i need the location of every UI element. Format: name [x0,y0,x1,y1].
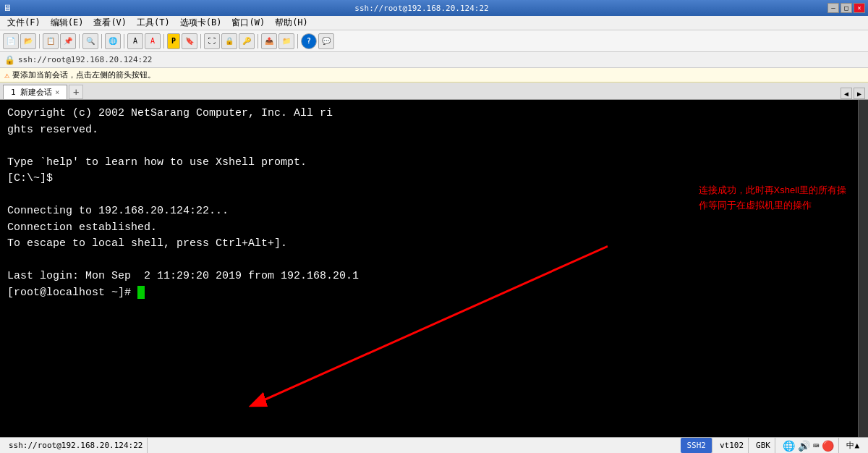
title-bar: 🖥 ssh://root@192.168.20.124:22 — □ × [0,0,868,16]
status-connection: ssh://root@192.168.20.124:22 [4,438,148,453]
terminal-line-9 [7,253,851,269]
annotation-line-1: 连接成功，此时再Xshell里的所有操 [699,185,846,195]
new-session-button[interactable]: 📄 [3,33,19,49]
menu-bar: 文件(F) 编辑(E) 查看(V) 工具(T) 选项卡(B) 窗口(W) 帮助(… [0,16,868,30]
title-text: ssh://root@192.168.20.124:22 [16,4,827,13]
highlight-button[interactable]: P [167,33,180,49]
paste-button[interactable]: 📌 [60,33,76,49]
status-lang-text: 中▲ [846,440,859,451]
notification-icon: ⚠ [4,70,9,80]
terminal-line-11: [root@localhost ~]# [7,285,851,302]
fullscreen-button[interactable]: ⛶ [204,33,220,49]
status-vt: vt102 [715,438,749,453]
notification-text: 要添加当前会话，点击左侧的箭头按钮。 [12,69,156,80]
address-icon: 🔒 [4,55,15,65]
tab-label: 1 新建会话 [11,87,52,98]
annotation: 连接成功，此时再Xshell里的所有操 作等同于在虚拟机里的操作 [699,183,846,213]
terminal[interactable]: Copyright (c) 2002 NetSarang Computer, I… [0,100,858,437]
toolbar-sep-6 [200,34,201,48]
minimize-button[interactable]: — [827,3,839,13]
app-icon: 🖥 [3,3,12,13]
key-button[interactable]: 🔑 [239,33,255,49]
zoom-in-button[interactable]: 🔍 [82,33,98,49]
close-button[interactable]: × [854,3,865,13]
network-icon: 🌐 [783,440,795,452]
info-button[interactable]: 💬 [318,33,334,49]
status-lang: 中▲ [842,438,864,453]
status-bar: ssh://root@192.168.20.124:22 SSH2 vt102 … [0,437,868,453]
menu-tools[interactable]: 工具(T) [132,16,174,30]
clock-icon: 🔴 [822,440,834,452]
app-window: 🖥 ssh://root@192.168.20.124:22 — □ × 文件(… [0,0,868,453]
help-button[interactable]: ? [301,33,317,49]
xftp-button[interactable]: 📁 [278,33,294,49]
toolbar-sep-5 [163,34,164,48]
status-encoding-text: GBK [756,441,770,450]
terminal-line-7: Connection established. [7,220,851,237]
menu-view[interactable]: 查看(V) [89,16,131,30]
tab-bar: 1 新建会话 × + ◀ ▶ [0,82,868,100]
lock-button[interactable]: 🔒 [221,33,237,49]
status-ssh-badge: SSH2 [681,438,712,453]
notification-bar: ⚠ 要添加当前会话，点击左侧的箭头按钮。 [0,68,868,82]
toolbar-sep-8 [297,34,298,48]
window-controls: — □ × [827,3,865,13]
keyboard-icon: ⌨ [813,440,819,452]
terminal-cursor [137,286,145,299]
terminal-line-2 [7,138,851,155]
tab-next-button[interactable]: ▶ [854,88,865,99]
status-ssh-text: SSH2 [686,441,706,450]
toolbar-sep-3 [101,34,102,48]
status-vt-text: vt102 [720,441,744,450]
copy-button[interactable]: 📋 [43,33,59,49]
menu-file[interactable]: 文件(F) [3,16,45,30]
tab-close-button[interactable]: × [55,88,59,96]
terminal-line-10: Last login: Mon Sep 2 11:29:20 2019 from… [7,268,851,285]
status-encoding: GBK [752,438,775,453]
tab-session-1[interactable]: 1 新建会话 × [3,85,67,99]
bookmark-button[interactable]: 🔖 [182,33,197,49]
font-button[interactable]: A [127,33,143,49]
annotation-line-2: 作等同于在虚拟机里的操作 [699,200,812,211]
toolbar-sep-2 [79,34,80,48]
volume-icon: 🔊 [798,440,810,452]
terminal-line-1: ghts reserved. [7,122,851,139]
terminal-scrollbar[interactable] [858,100,868,437]
menu-edit[interactable]: 编辑(E) [46,16,88,30]
toolbar-sep-4 [124,34,124,48]
new-tab-button[interactable]: + [69,85,83,99]
transfer-button[interactable]: 📤 [261,33,277,49]
menu-window[interactable]: 窗口(W) [227,16,269,30]
menu-tabs[interactable]: 选项卡(B) [176,16,226,30]
address-text: ssh://root@192.168.20.124:22 [18,55,152,64]
maximize-button[interactable]: □ [841,3,852,13]
open-button[interactable]: 📂 [20,33,36,49]
terminal-container: Copyright (c) 2002 NetSarang Computer, I… [0,100,868,437]
toolbar: 📄 📂 📋 📌 🔍 🌐 A A P 🔖 ⛶ 🔒 🔑 📤 📁 ? 💬 [0,30,868,52]
status-icons: 🌐 🔊 ⌨ 🔴 [778,438,839,453]
color-button[interactable]: A [145,33,161,49]
menu-help[interactable]: 帮助(H) [271,16,312,30]
toolbar-sep-7 [258,34,258,48]
terminal-line-3: Type `help' to learn how to use Xshell p… [7,155,851,172]
toolbar-sep-1 [39,34,40,48]
terminal-line-0: Copyright (c) 2002 NetSarang Computer, I… [7,106,851,122]
address-bar: 🔒 ssh://root@192.168.20.124:22 [0,52,868,68]
status-connection-text: ssh://root@192.168.20.124:22 [9,441,142,450]
annotation-text: 连接成功，此时再Xshell里的所有操 作等同于在虚拟机里的操作 [699,183,846,213]
connect-button[interactable]: 🌐 [105,33,121,49]
tab-prev-button[interactable]: ◀ [841,88,852,99]
tab-navigation: ◀ ▶ [841,88,865,99]
terminal-line-8: To escape to local shell, press Ctrl+Alt… [7,236,851,253]
